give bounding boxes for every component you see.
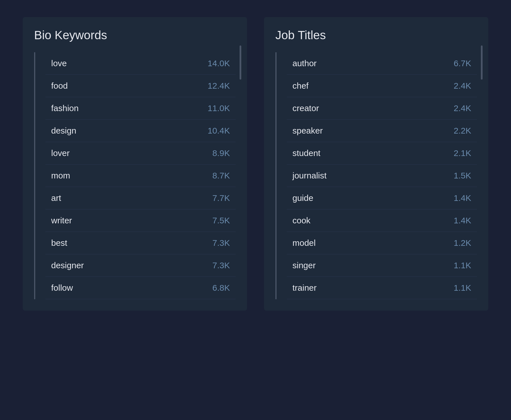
list-item[interactable]: mom 8.7K [45, 165, 236, 187]
list-item[interactable]: singer 1.1K [287, 254, 477, 277]
keyword-label: writer [51, 216, 72, 225]
list-item[interactable]: follow 6.8K [45, 277, 236, 299]
keyword-label: love [51, 59, 67, 68]
job-value: 1.4K [454, 193, 471, 203]
main-container: Bio Keywords love 14.0K food 12.4K fashi… [23, 17, 488, 311]
job-value: 1.1K [454, 283, 471, 293]
list-item[interactable]: trainer 1.1K [287, 277, 477, 299]
keyword-value: 7.5K [212, 216, 230, 225]
job-value: 1.5K [454, 171, 471, 180]
list-item[interactable]: lover 8.9K [45, 142, 236, 165]
list-item[interactable]: speaker 2.2K [287, 120, 477, 142]
job-label: author [292, 59, 317, 68]
bio-keywords-title: Bio Keywords [34, 28, 236, 42]
job-label: student [292, 148, 320, 158]
keyword-value: 11.0K [208, 103, 230, 113]
list-item[interactable]: best 7.3K [45, 232, 236, 254]
job-label: chef [292, 81, 309, 91]
job-value: 1.4K [454, 216, 471, 225]
list-item[interactable]: designer 7.3K [45, 254, 236, 277]
keyword-label: lover [51, 148, 70, 158]
bio-keywords-panel: Bio Keywords love 14.0K food 12.4K fashi… [23, 17, 247, 311]
list-item[interactable]: fashion 11.0K [45, 97, 236, 120]
keyword-label: best [51, 238, 67, 248]
job-titles-panel: Job Titles author 6.7K chef 2.4K creator… [264, 17, 488, 311]
job-label: model [292, 238, 316, 248]
list-item[interactable]: writer 7.5K [45, 209, 236, 232]
list-item[interactable]: creator 2.4K [287, 97, 477, 120]
keyword-label: art [51, 193, 61, 203]
list-item[interactable]: art 7.7K [45, 187, 236, 209]
list-item[interactable]: chef 2.4K [287, 75, 477, 97]
scrollbar[interactable] [240, 45, 241, 80]
job-titles-list: author 6.7K chef 2.4K creator 2.4K speak… [275, 52, 477, 299]
list-item[interactable]: love 14.0K [45, 52, 236, 75]
job-label: cook [292, 216, 310, 225]
job-label: journalist [292, 171, 327, 180]
job-label: speaker [292, 126, 323, 136]
job-label: singer [292, 261, 316, 270]
job-value: 6.7K [454, 59, 471, 68]
job-value: 2.2K [454, 126, 471, 136]
keyword-label: mom [51, 171, 70, 180]
job-value: 2.4K [454, 81, 471, 91]
list-item[interactable]: cook 1.4K [287, 209, 477, 232]
job-value: 1.2K [454, 238, 471, 248]
keyword-value: 7.7K [212, 193, 230, 203]
job-label: guide [292, 193, 313, 203]
keyword-value: 8.7K [212, 171, 230, 180]
list-item[interactable]: model 1.2K [287, 232, 477, 254]
keyword-value: 12.4K [208, 81, 230, 91]
list-item[interactable]: guide 1.4K [287, 187, 477, 209]
job-titles-title: Job Titles [275, 28, 477, 42]
list-item[interactable]: student 2.1K [287, 142, 477, 165]
job-scrollbar[interactable] [481, 45, 483, 80]
keyword-value: 6.8K [212, 283, 230, 293]
job-label: trainer [292, 283, 317, 293]
list-item[interactable]: food 12.4K [45, 75, 236, 97]
bio-keywords-list: love 14.0K food 12.4K fashion 11.0K desi… [34, 52, 236, 299]
keyword-value: 10.4K [208, 126, 230, 136]
job-value: 1.1K [454, 261, 471, 270]
keyword-label: designer [51, 261, 84, 270]
keyword-label: fashion [51, 103, 79, 113]
list-item[interactable]: design 10.4K [45, 120, 236, 142]
list-item[interactable]: journalist 1.5K [287, 165, 477, 187]
keyword-label: design [51, 126, 76, 136]
job-value: 2.4K [454, 103, 471, 113]
keyword-value: 14.0K [208, 59, 230, 68]
job-value: 2.1K [454, 148, 471, 158]
keyword-value: 7.3K [212, 238, 230, 248]
job-label: creator [292, 103, 319, 113]
keyword-label: follow [51, 283, 73, 293]
keyword-value: 7.3K [212, 261, 230, 270]
keyword-label: food [51, 81, 68, 91]
list-item[interactable]: author 6.7K [287, 52, 477, 75]
keyword-value: 8.9K [212, 148, 230, 158]
